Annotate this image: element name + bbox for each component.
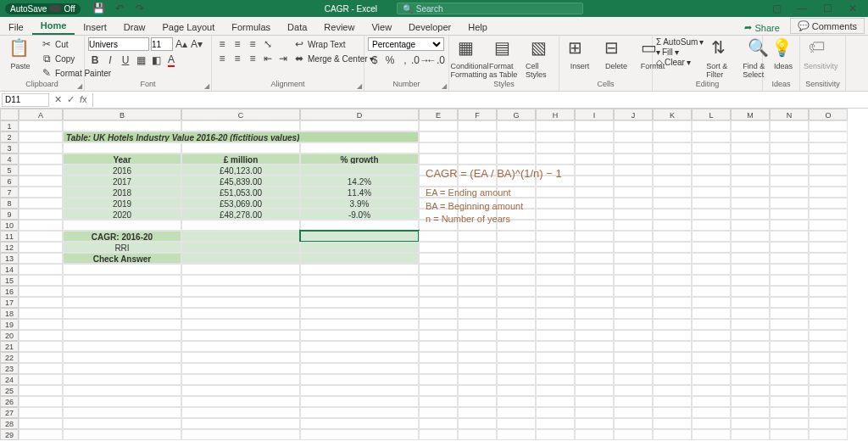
cell[interactable] — [731, 120, 770, 131]
cell[interactable] — [575, 374, 614, 385]
tab-home[interactable]: Home — [32, 18, 75, 35]
font-size-input[interactable] — [151, 37, 173, 51]
cell[interactable] — [63, 418, 181, 429]
cell[interactable] — [653, 429, 692, 440]
row-header[interactable]: 6 — [0, 176, 19, 187]
cell[interactable] — [458, 253, 497, 264]
cell[interactable] — [458, 131, 497, 142]
cell[interactable] — [419, 275, 458, 286]
cell[interactable] — [770, 220, 809, 231]
ribbon-options-icon[interactable]: ▢ — [770, 2, 783, 15]
cell[interactable] — [497, 286, 536, 297]
cell[interactable] — [809, 418, 848, 429]
cell[interactable] — [809, 198, 848, 209]
cell[interactable] — [19, 407, 63, 418]
cell[interactable] — [497, 275, 536, 286]
cell[interactable] — [575, 120, 614, 131]
cell[interactable] — [575, 198, 614, 209]
cell[interactable] — [19, 264, 63, 275]
cell[interactable] — [770, 209, 809, 220]
cell[interactable] — [653, 286, 692, 297]
tab-insert[interactable]: Insert — [75, 20, 115, 35]
cell[interactable] — [575, 418, 614, 429]
cell[interactable] — [731, 253, 770, 264]
cell[interactable] — [497, 231, 536, 242]
font-name-input[interactable] — [88, 37, 149, 51]
cell[interactable] — [536, 264, 575, 275]
cell[interactable] — [614, 231, 653, 242]
cell[interactable] — [497, 131, 536, 142]
bold-icon[interactable]: B — [88, 53, 102, 67]
cell[interactable] — [19, 209, 63, 220]
autosave-toggle[interactable]: AutoSave Off — [5, 3, 81, 14]
cell[interactable] — [19, 165, 63, 176]
cell[interactable] — [770, 264, 809, 275]
col-header[interactable]: D — [300, 109, 419, 120]
fx-icon[interactable]: fx — [80, 94, 87, 105]
cell[interactable] — [692, 352, 731, 363]
cell[interactable] — [19, 374, 63, 385]
cell[interactable] — [731, 286, 770, 297]
row-header[interactable]: 21 — [0, 341, 19, 352]
cell[interactable] — [809, 120, 848, 131]
cell[interactable] — [770, 275, 809, 286]
cell[interactable] — [809, 187, 848, 198]
cell[interactable] — [809, 308, 848, 319]
cell[interactable] — [300, 308, 419, 319]
name-box[interactable] — [2, 93, 49, 107]
cell[interactable] — [181, 363, 300, 374]
cell[interactable] — [692, 253, 731, 264]
cell[interactable] — [300, 385, 419, 396]
cell[interactable] — [536, 341, 575, 352]
cell[interactable] — [419, 385, 458, 396]
cell[interactable] — [536, 242, 575, 253]
row-header[interactable]: 3 — [0, 142, 19, 154]
cell[interactable] — [536, 407, 575, 418]
fill-color-icon[interactable]: ◧ — [149, 53, 163, 67]
cell[interactable] — [458, 341, 497, 352]
cell[interactable] — [692, 330, 731, 341]
row-header[interactable]: 18 — [0, 308, 19, 319]
col-header[interactable]: B — [63, 109, 181, 120]
cell[interactable] — [497, 429, 536, 440]
cell[interactable] — [575, 154, 614, 165]
cell[interactable] — [653, 231, 692, 242]
cell[interactable]: 2018 — [63, 187, 181, 198]
cell[interactable] — [497, 253, 536, 264]
increase-decimal-icon[interactable]: .0→ — [414, 53, 427, 67]
cell[interactable] — [692, 429, 731, 440]
save-icon[interactable]: 💾 — [92, 2, 106, 15]
cell[interactable] — [770, 165, 809, 176]
cell[interactable] — [614, 429, 653, 440]
row-header[interactable]: 26 — [0, 396, 19, 407]
cell[interactable] — [692, 220, 731, 231]
cell[interactable] — [770, 142, 809, 154]
row-header[interactable]: 22 — [0, 352, 19, 363]
cell[interactable] — [300, 220, 419, 231]
cell[interactable] — [419, 142, 458, 154]
cell[interactable] — [419, 429, 458, 440]
cell[interactable] — [19, 341, 63, 352]
maximize-icon[interactable]: ☐ — [821, 2, 834, 15]
cell[interactable] — [575, 264, 614, 275]
cell[interactable] — [536, 396, 575, 407]
tab-formulas[interactable]: Formulas — [223, 20, 279, 35]
cell[interactable] — [575, 253, 614, 264]
cell[interactable] — [575, 308, 614, 319]
cell[interactable] — [63, 363, 181, 374]
cell[interactable] — [731, 308, 770, 319]
cell[interactable] — [770, 242, 809, 253]
cell[interactable] — [536, 429, 575, 440]
col-header[interactable]: M — [731, 109, 770, 120]
cell[interactable] — [497, 330, 536, 341]
cell[interactable] — [731, 220, 770, 231]
cell[interactable] — [300, 374, 419, 385]
cell[interactable] — [770, 341, 809, 352]
cell[interactable] — [614, 363, 653, 374]
tab-data[interactable]: Data — [279, 20, 315, 35]
cell[interactable] — [19, 385, 63, 396]
cell[interactable] — [731, 297, 770, 308]
cell[interactable] — [63, 220, 181, 231]
cell[interactable] — [770, 352, 809, 363]
cell[interactable] — [692, 297, 731, 308]
